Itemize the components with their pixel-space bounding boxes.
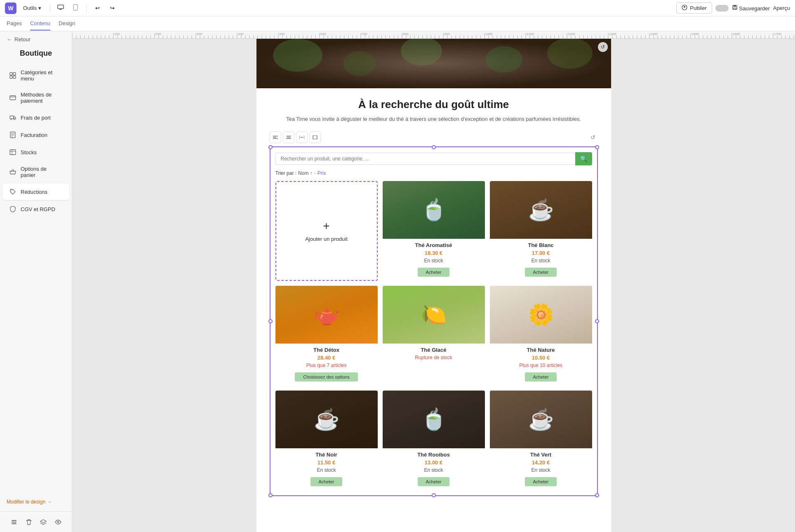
handle-bottom-left[interactable]: [268, 493, 273, 497]
back-label: Retour: [14, 36, 31, 42]
handle-top-right[interactable]: [595, 145, 599, 149]
sidebar-item-frais[interactable]: Frais de port: [2, 109, 69, 126]
svg-rect-27: [12, 522, 16, 523]
product-price-blanc: 17.00 €: [490, 249, 592, 257]
handle-mid-right[interactable]: [595, 319, 599, 323]
svg-text:1200: 1200: [568, 32, 575, 36]
svg-rect-26: [12, 523, 16, 524]
outils-button[interactable]: Outils ▾: [20, 3, 45, 13]
toggle-switch[interactable]: [715, 5, 729, 12]
svg-text:400: 400: [238, 32, 244, 36]
mobile-view-button[interactable]: [70, 2, 81, 14]
footer-delete-button[interactable]: [22, 516, 35, 529]
sidebar-item-categories[interactable]: Catégories et menu: [2, 65, 69, 86]
toolbar-refresh-button[interactable]: ↺: [588, 132, 598, 142]
product-price-rooibos: 13.00 €: [383, 459, 485, 466]
sidebar-back-button[interactable]: ← Retour: [0, 31, 72, 47]
product-image-glace: [383, 286, 485, 344]
product-stock-aromatise: En stock: [383, 257, 485, 266]
footer-eye-button[interactable]: [52, 516, 65, 529]
buy-button-nature[interactable]: Acheter: [525, 372, 557, 381]
toolbar-align-left[interactable]: [270, 132, 281, 143]
product-stock-glace: Rupture de stock: [383, 354, 485, 363]
sort-by-nom[interactable]: Nom ↑: [298, 170, 313, 176]
tab-contenu[interactable]: Contenu: [30, 17, 50, 31]
buy-button-rooibos[interactable]: Acheter: [418, 477, 450, 486]
publish-button[interactable]: Publier: [676, 2, 712, 14]
sidebar-item-paiement[interactable]: Méthodes de paiement: [2, 87, 69, 108]
sidebar-item-reductions[interactable]: Réductions: [2, 184, 69, 200]
save-button[interactable]: Sauvegarder: [732, 5, 770, 12]
sidebar-item-facturation[interactable]: Facturation: [2, 127, 69, 143]
svg-text:1100: 1100: [527, 32, 534, 36]
sidebar-item-paiement-label: Méthodes de paiement: [21, 92, 63, 104]
options-button-detox[interactable]: Choisissez des options: [295, 372, 358, 381]
buy-button-aromatise[interactable]: Acheter: [418, 268, 450, 277]
svg-rect-13: [10, 96, 16, 100]
undo-icon: ↩: [95, 5, 100, 11]
search-input[interactable]: [275, 153, 575, 165]
product-grid-container: ••• 🔍 Trier par : Nom ↑ - Prix: [270, 146, 598, 496]
buy-button-vert[interactable]: Acheter: [525, 477, 557, 486]
sidebar-item-panier[interactable]: Options de panier: [2, 161, 69, 183]
svg-text:300: 300: [197, 32, 202, 36]
product-name-glace: Thé Glacé: [383, 344, 485, 354]
toolbar-distribute[interactable]: [296, 132, 308, 143]
svg-text:1000: 1000: [485, 32, 493, 36]
footer-layers-button[interactable]: [7, 516, 21, 529]
sidebar-item-cgv[interactable]: CGV et RGPD: [2, 201, 69, 217]
product-grid-menu[interactable]: •••: [585, 151, 592, 158]
product-card-detox: Thé Détox 28.40 € Plus que 7 articles Ch…: [275, 286, 378, 386]
handle-top-left[interactable]: [268, 145, 273, 149]
redo-icon: ↪: [110, 5, 115, 11]
store-heading: À la recherche du goût ultime: [270, 98, 598, 111]
shield-icon: [9, 205, 16, 213]
modify-design-link[interactable]: Modifier le design →: [7, 499, 65, 505]
product-image-blanc: [490, 181, 592, 239]
sort-sep: -: [314, 170, 316, 176]
svg-text:1500: 1500: [692, 32, 699, 36]
doc-icon: [9, 131, 16, 139]
handle-bottom-right[interactable]: [595, 493, 599, 497]
handle-mid-left[interactable]: [268, 319, 273, 323]
add-product-card[interactable]: + Ajouter un produit: [275, 181, 378, 281]
buy-button-noir[interactable]: Acheter: [310, 477, 343, 486]
canvas-area: 1002003004005006007008009001000110012001…: [72, 31, 795, 532]
sidebar-item-facturation-label: Facturation: [21, 132, 47, 138]
product-stock-rooibos: En stock: [383, 466, 485, 476]
sidebar-title: Boutique: [0, 47, 72, 64]
tab-pages[interactable]: Pages: [7, 17, 22, 31]
svg-text:1400: 1400: [650, 32, 658, 36]
product-card-rooibos: Thé Rooibos 13.00 € En stock Acheter: [383, 391, 485, 490]
footer-stack-button[interactable]: [37, 516, 50, 529]
tab-design[interactable]: Design: [59, 17, 75, 31]
store-content: À la recherche du goût ultime Tea Time v…: [256, 88, 611, 506]
handle-top-mid[interactable]: [432, 145, 436, 149]
svg-rect-28: [12, 520, 16, 521]
product-price-noir: 11.50 €: [275, 459, 378, 466]
handle-bottom-mid[interactable]: [432, 493, 436, 497]
svg-point-4: [75, 9, 76, 10]
undo-button[interactable]: ↩: [92, 2, 103, 14]
sidebar-item-stocks[interactable]: Stocks: [2, 144, 69, 160]
svg-text:700: 700: [362, 32, 367, 36]
product-grid: + Ajouter un produit Thé Aromatisé 18.30…: [275, 181, 592, 490]
product-name-detox: Thé Détox: [275, 344, 378, 354]
buy-button-blanc[interactable]: Acheter: [525, 268, 557, 277]
sort-by-prix[interactable]: Prix: [318, 170, 326, 176]
hero-refresh-button[interactable]: ↺: [598, 42, 608, 52]
product-image-noir: [275, 391, 378, 448]
product-image-nature: [490, 286, 592, 344]
add-product-icon: +: [323, 219, 329, 233]
tag-icon: [9, 188, 16, 195]
mobile-icon: [73, 4, 78, 12]
sidebar-item-cgv-label: CGV et RGPD: [21, 206, 55, 212]
desktop-icon: [57, 4, 64, 12]
toolbar-expand[interactable]: [309, 132, 321, 143]
toolbar-align-center[interactable]: [283, 132, 294, 143]
desktop-view-button[interactable]: [55, 2, 66, 14]
store-subheading: Tea Time vous invite à déguster le meill…: [270, 115, 598, 123]
svg-text:1600: 1600: [733, 32, 740, 36]
redo-button[interactable]: ↪: [106, 2, 118, 14]
apercu-button[interactable]: Aperçu: [773, 5, 790, 11]
